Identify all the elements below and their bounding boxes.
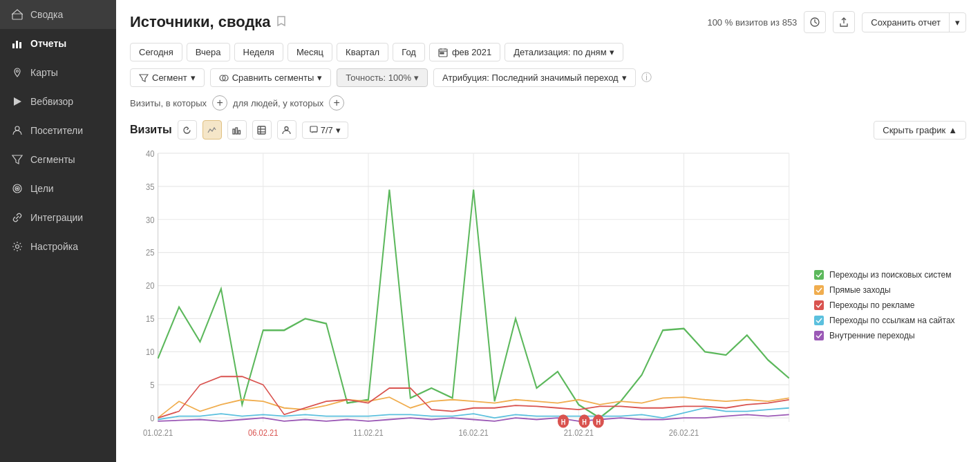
save-report-arrow[interactable]: ▾ (950, 13, 965, 32)
svg-point-4 (17, 70, 19, 73)
detail-label: Детализация: по дням (513, 47, 606, 57)
add-people-filter-button[interactable]: + (329, 95, 344, 110)
sidebar-item-reports[interactable]: Отчеты (0, 29, 116, 58)
page-title: Источники, сводка (130, 13, 271, 31)
svg-rect-22 (233, 129, 235, 134)
metrics-selector[interactable]: 7/7 ▾ (302, 122, 348, 139)
chart-canvas: 0 5 10 15 20 25 30 35 40 (130, 145, 803, 451)
date-today-button[interactable]: Сегодня (130, 43, 182, 61)
visits-filter-bar: Визиты, в которых + для людей, у которых… (130, 95, 966, 110)
sidebar-item-label: Отчеты (30, 38, 66, 49)
date-yesterday-button[interactable]: Вчера (187, 43, 230, 61)
filter-bar: Сегмент ▾ Сравнить сегменты ▾ Точность: … (130, 68, 966, 87)
legend-item-direct[interactable]: Прямые заходы (814, 285, 966, 295)
bar-chart-button[interactable] (227, 120, 247, 139)
export-button[interactable] (833, 11, 855, 33)
svg-marker-19 (140, 75, 148, 81)
legend-item-internal[interactable]: Внутренние переходы (814, 331, 966, 340)
compare-label: Сравнить сегменты (232, 73, 314, 83)
main-content: Источники, сводка 100 % визитов из 853 С… (116, 0, 980, 462)
info-icon[interactable]: ⓘ (641, 71, 652, 84)
user-button[interactable] (277, 120, 296, 139)
sidebar-item-visitors[interactable]: Посетители (0, 116, 116, 145)
visits-filter-prefix: Визиты, в которых (130, 98, 207, 108)
date-week-button[interactable]: Неделя (234, 43, 283, 61)
svg-text:35: 35 (146, 182, 155, 192)
svg-rect-18 (442, 52, 444, 54)
svg-rect-25 (258, 126, 265, 134)
legend-checkbox-links[interactable] (814, 316, 824, 325)
sidebar-item-label: Цели (30, 183, 54, 194)
legend-item-ads[interactable]: Переходы по рекламе (814, 300, 966, 310)
legend-checkbox-ads[interactable] (814, 300, 824, 310)
svg-text:25: 25 (146, 248, 155, 258)
sidebar-item-integrations[interactable]: Интеграции (0, 203, 116, 232)
accuracy-button[interactable]: Точность: 100% ▾ (337, 68, 428, 87)
attribution-button[interactable]: Атрибуция: Последний значимый переход ▾ (433, 68, 636, 87)
sidebar-item-segments[interactable]: Сегменты (0, 145, 116, 174)
svg-point-10 (17, 188, 18, 189)
svg-rect-24 (238, 131, 241, 134)
legend-item-search[interactable]: Переходы из поисковых систем (814, 270, 966, 280)
svg-text:0: 0 (150, 413, 154, 423)
home-icon (11, 8, 23, 21)
person-icon (11, 124, 23, 137)
sidebar-item-label: Карты (30, 67, 58, 78)
chevron-down-icon: ▾ (191, 73, 196, 83)
date-period-selector[interactable]: фев 2021 (429, 43, 500, 61)
attribution-label: Атрибуция: Последний значимый переход (442, 73, 619, 83)
hide-chart-button[interactable]: Скрыть график ▲ (874, 121, 966, 139)
date-quarter-button[interactable]: Квартал (337, 43, 388, 61)
svg-text:10: 10 (146, 347, 155, 357)
table-button[interactable] (252, 120, 272, 139)
chevron-down-icon: ▾ (317, 73, 322, 83)
svg-text:06.02.21: 06.02.21 (248, 428, 279, 439)
date-month-button[interactable]: Месяц (288, 43, 332, 61)
sidebar-item-label: Сводка (30, 9, 63, 20)
bookmark-icon[interactable] (276, 15, 286, 29)
svg-rect-1 (12, 44, 15, 48)
svg-text:26.02.21: 26.02.21 (669, 428, 699, 439)
legend-checkbox-internal[interactable] (814, 331, 824, 340)
sidebar-item-maps[interactable]: Карты (0, 58, 116, 87)
segment-button[interactable]: Сегмент ▾ (130, 68, 205, 87)
chart-svg: 0 5 10 15 20 25 30 35 40 (130, 145, 803, 451)
add-visit-filter-button[interactable]: + (212, 95, 227, 110)
chevron-down-icon: ▾ (610, 47, 614, 57)
svg-text:11.02.21: 11.02.21 (353, 428, 384, 439)
svg-rect-30 (310, 126, 317, 132)
date-bar: Сегодня Вчера Неделя Месяц Квартал Год ф… (130, 43, 966, 61)
chevron-down-icon: ▾ (414, 73, 419, 83)
compare-segments-button[interactable]: Сравнить сегменты ▾ (210, 68, 332, 87)
metrics-label: 7/7 (321, 125, 333, 135)
legend-checkbox-direct[interactable] (814, 285, 824, 295)
save-report-button[interactable]: Сохранить отчет ▾ (862, 12, 966, 32)
history-button[interactable] (804, 11, 826, 33)
legend-item-links[interactable]: Переходы по ссылкам на сайтах (814, 316, 966, 325)
calendar-icon (438, 48, 448, 57)
svg-text:21.02.21: 21.02.21 (564, 428, 594, 439)
date-year-button[interactable]: Год (393, 43, 425, 61)
svg-point-29 (285, 126, 288, 130)
line-chart-button[interactable] (202, 120, 222, 139)
svg-text:16.02.21: 16.02.21 (458, 428, 489, 439)
refresh-button[interactable] (178, 120, 197, 139)
svg-marker-5 (14, 97, 21, 106)
header-left: Источники, сводка (130, 13, 286, 31)
target-icon (11, 182, 23, 195)
legend-checkbox-search[interactable] (814, 270, 824, 280)
detail-selector[interactable]: Детализация: по дням ▾ (505, 43, 623, 61)
sidebar-item-goals[interactable]: Цели (0, 174, 116, 203)
sidebar-item-summary[interactable]: Сводка (0, 0, 116, 29)
segment-icon (139, 73, 149, 83)
sidebar-item-settings[interactable]: Настройка (0, 232, 116, 261)
sidebar-item-label: Вебвизор (30, 96, 73, 107)
sidebar-item-webvisor[interactable]: Вебвизор (0, 87, 116, 116)
svg-text:30: 30 (146, 215, 155, 225)
chart-header: Визиты (130, 120, 966, 139)
svg-text:20: 20 (146, 280, 155, 291)
sidebar-item-label: Посетители (30, 125, 83, 136)
gear-icon (11, 240, 23, 253)
chevron-down-icon: ▾ (336, 125, 341, 135)
comment-icon (310, 126, 318, 134)
